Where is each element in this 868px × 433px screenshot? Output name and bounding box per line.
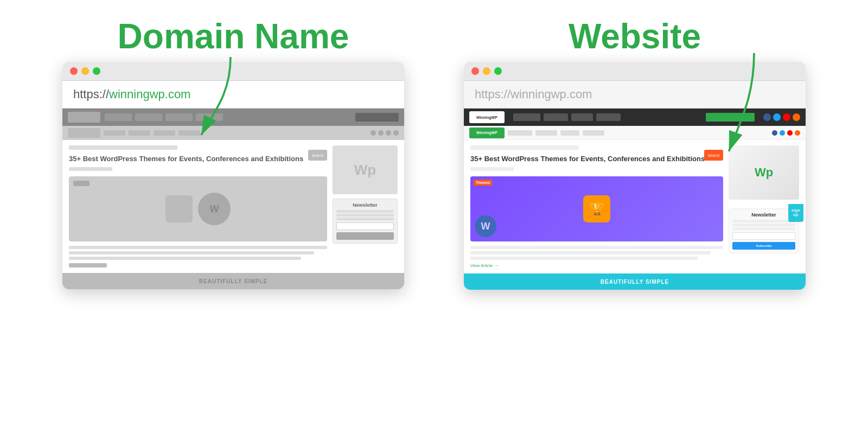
website-subscribe-label: Subscribe [756,244,771,247]
domain-social-3 [386,130,391,136]
website-footer-text: BEAUTIFULLY SIMPLE [601,279,669,285]
website-title: Website [569,16,701,56]
domain-sidebar-logo: Wp [333,145,398,194]
url-domain-left: winningwp.com [109,87,190,101]
website-sub-social-4 [795,130,800,136]
domain-headline-wrapper: 35+ Best WordPress Themes for Events, Co… [69,154,327,164]
website-social-rss [793,113,800,121]
domain-sub-item-3 [154,130,175,136]
traffic-light-red-right [471,67,479,75]
website-preview-image: Themes W 🏆 [470,176,723,241]
domain-social-4 [393,130,399,136]
main-container: Domain Name https://winningwp.com [0,0,868,433]
website-nav-logo: WinningWP [469,111,505,123]
website-wp-logo: W [475,215,496,237]
website-themes-label: Themes [474,180,492,186]
domain-nav-item-1 [105,113,132,121]
domain-preview-icons: W [69,176,327,241]
url-prefix-right: https:// [475,87,510,101]
website-headline-wrapper: 35+ Best WordPress Themes for Events, Co… [470,154,723,164]
website-sub-item-3 [560,130,579,136]
traffic-light-green-right [494,67,502,75]
website-newsletter-text-2 [732,224,795,226]
website-sub-item-2 [535,130,557,136]
domain-preview-sidebar: Wp Newsletter [333,145,398,268]
domain-nav-item-2 [135,113,162,121]
domain-nav-item-3 [165,113,193,121]
domain-text-line-2 [69,251,314,254]
domain-preview-link [69,263,107,268]
website-headline: 35+ Best WordPress Themes for Events, Co… [470,154,723,164]
website-nav-item-2 [544,113,568,121]
domain-newsletter-text-3 [336,218,394,220]
domain-text-line-1 [69,246,327,249]
website-sidebar-logo: Wp [729,145,799,200]
domain-sidebar-wp: Wp [354,162,376,179]
website-sub-logo: WinningWP [469,128,505,138]
website-nav-item-3 [571,113,593,121]
domain-preview-main: 35+ Best WordPress Themes for Events, Co… [69,145,327,268]
domain-text-line-3 [69,257,301,260]
domain-newsletter-input [336,222,394,230]
domain-nav-items [105,113,351,121]
website-preview-footer: BEAUTIFULLY SIMPLE [464,273,806,290]
domain-preview-text-lines [69,246,327,260]
website-social-icons [763,113,800,121]
domain-footer-text: BEAUTIFULLY SIMPLE [199,278,267,284]
domain-sub-nav [62,126,404,140]
website-sub-item-4 [583,130,604,136]
website-text-lines [470,246,723,260]
website-signup-banner: sign up [788,204,803,222]
domain-name-title: Domain Name [118,16,349,56]
domain-preview-image: W [69,176,327,241]
traffic-light-red-left [70,67,78,75]
domain-preview-icon-2: W [198,193,231,225]
website-social-fb [763,113,771,121]
website-date [470,145,579,150]
website-main: 35+ Best WordPress Themes for Events, Co… [470,145,723,268]
website-newsletter-input [732,232,795,240]
domain-wp-letter: W [210,203,219,215]
domain-social-1 [371,130,376,136]
domain-preview-nav [62,109,404,126]
domain-newsletter-text-2 [336,214,394,217]
website-newsletter-text-3 [732,227,795,230]
website-text-line-1 [470,246,723,249]
domain-website-preview: 35+ Best WordPress Themes for Events, Co… [62,109,404,289]
domain-address-bar: https://winningwp.com [62,81,404,109]
url-domain-right: winningwp.com [510,87,592,101]
website-sub-social [772,130,800,136]
domain-preview-headline: 35+ Best WordPress Themes for Events, Co… [69,154,327,164]
domain-social-2 [378,130,384,136]
domain-sub-item-2 [129,130,150,136]
domain-preview-footer: BEAUTIFULLY SIMPLE [62,273,404,289]
website-newsletter-btn: Subscribe [732,242,795,250]
domain-nav-right [355,113,399,122]
traffic-light-yellow-right [483,67,490,75]
website-nav-items [513,113,701,121]
website-view-article: View Article → [470,263,723,268]
website-sidebar: Wp sign up Newsletter [729,145,799,268]
domain-newsletter: Newsletter [333,199,398,244]
website-image-wrapper: Themes W 🏆 [470,176,723,241]
website-sub-social-3 [787,130,793,136]
domain-newsletter-text-1 [336,210,394,213]
website-sub-item-1 [508,130,532,136]
domain-newsletter-title: Newsletter [336,202,394,208]
website-text-line-2 [470,251,711,254]
traffic-light-yellow-left [81,67,89,75]
website-trophy-icon: 🏆 [583,195,610,222]
website-newsletter-title: Newsletter [732,212,795,218]
domain-sub-item-1 [104,130,125,136]
website-social-yt [783,113,790,121]
domain-sub-nav-logo [68,128,100,138]
domain-nav-item-4 [196,113,223,121]
domain-sub-social [371,130,399,136]
website-nav-cta [706,113,755,122]
domain-sub-item-4 [178,130,200,136]
website-browser-mockup: https://winningwp.com WinningWP [464,62,806,290]
domain-preview-icon-1 [165,195,193,222]
website-nav-item-4 [596,113,621,121]
website-address-bar: https://winningwp.com [464,81,806,109]
website-sub-social-2 [780,130,785,136]
